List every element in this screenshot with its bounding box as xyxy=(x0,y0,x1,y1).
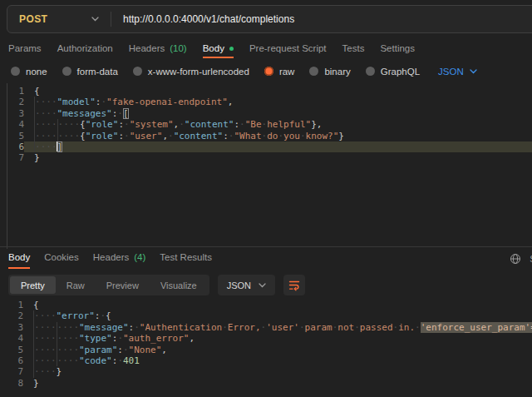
body-mode-binary[interactable]: binary xyxy=(309,67,350,77)
request-tab-pre-request-script[interactable]: Pre-request Script xyxy=(249,40,327,58)
wrap-lines-button[interactable] xyxy=(283,275,305,295)
line-number: 4 xyxy=(7,119,24,130)
request-tab-pre-request-script-label: Pre-request Script xyxy=(249,43,327,53)
response-tab-cookies[interactable]: Cookies xyxy=(44,247,79,269)
line-number: 2 xyxy=(7,310,23,321)
body-mode-raw[interactable]: raw xyxy=(264,67,295,77)
request-tab-settings-label: Settings xyxy=(380,43,415,53)
body-mode-form-data[interactable]: form-data xyxy=(62,67,118,77)
line-number: 4 xyxy=(7,333,23,344)
request-url-bar: POST http://0.0.0.0:4000/v1/chat/complet… xyxy=(7,5,532,33)
response-language-label: JSON xyxy=(227,280,251,290)
request-tab-authorization[interactable]: Authorization xyxy=(57,40,113,58)
code-line: 7····} xyxy=(7,366,532,377)
line-number: 5 xyxy=(7,345,23,355)
body-mode-label: form-data xyxy=(77,67,118,77)
code-line: 4········{"role":·"system",·"content":·"… xyxy=(7,119,532,130)
body-mode-none[interactable]: none xyxy=(11,67,47,77)
unsaved-changes-dot-icon xyxy=(229,47,234,51)
line-number: 6 xyxy=(7,355,23,366)
code-line: 6········"code":·401 xyxy=(7,355,532,366)
code-line: 5········"param":·"None", xyxy=(7,345,532,355)
response-tabs-right: S xyxy=(508,251,532,266)
response-tab-headers[interactable]: Headers(4) xyxy=(93,247,146,269)
postman-dark-window: { "request": { "method": "POST", "url": … xyxy=(0,0,532,397)
line-number: 6 xyxy=(7,141,24,152)
globe-icon xyxy=(510,253,521,265)
response-view-pretty[interactable]: Pretty xyxy=(10,276,56,294)
code-line: 2····"error":·{ xyxy=(7,310,532,321)
response-view-visualize[interactable]: Visualize xyxy=(150,276,208,294)
response-tab-cookies-label: Cookies xyxy=(44,252,79,262)
request-language-dropdown[interactable]: JSON xyxy=(438,67,477,77)
request-tabs: ParamsAuthorizationHeaders(10)BodyPre-re… xyxy=(8,40,415,58)
code-line: 1{ xyxy=(7,300,532,310)
request-tab-tests-label: Tests xyxy=(342,43,365,53)
code-line: 7} xyxy=(7,152,532,163)
line-number: 5 xyxy=(7,131,24,141)
response-tab-body-label: Body xyxy=(8,252,30,262)
line-number: 7 xyxy=(7,366,23,377)
network-info-button[interactable] xyxy=(508,251,523,266)
code-line: 4········"type":·"auth_error", xyxy=(7,333,532,344)
body-mode-label: binary xyxy=(324,67,350,77)
response-language-dropdown[interactable]: JSON xyxy=(218,275,275,295)
request-tab-params-label: Params xyxy=(8,43,42,53)
line-number: 3 xyxy=(7,108,24,119)
request-tab-params[interactable]: Params xyxy=(8,40,42,58)
response-tab-test-results[interactable]: Test Results xyxy=(160,247,212,269)
response-tab-test-results-label: Test Results xyxy=(160,252,212,262)
code-line: 6····] xyxy=(7,141,532,152)
line-number: 8 xyxy=(7,378,23,389)
body-mode-row: noneform-datax-www-form-urlencodedrawbin… xyxy=(11,62,477,80)
request-tab-body-label: Body xyxy=(203,43,224,53)
body-mode-label: x-www-form-urlencoded xyxy=(148,67,249,77)
request-tab-authorization-label: Authorization xyxy=(57,43,113,53)
response-view-switch: PrettyRawPreviewVisualize xyxy=(8,275,209,295)
code-line: 8} xyxy=(7,378,532,389)
response-tab-headers-label: Headers xyxy=(93,252,129,262)
radio-icon xyxy=(62,67,71,76)
line-number: 3 xyxy=(7,322,23,333)
method-dropdown[interactable]: POST xyxy=(7,6,111,32)
url-input[interactable]: http://0.0.0.0:4000/v1/chat/completions xyxy=(123,13,294,25)
radio-icon xyxy=(366,67,375,76)
response-tabs: BodyCookiesHeaders(4)Test Results xyxy=(8,247,212,269)
response-tab-body[interactable]: Body xyxy=(8,247,30,269)
body-mode-x-www-form-urlencoded[interactable]: x-www-form-urlencoded xyxy=(133,67,249,77)
response-body-editor[interactable]: 1{2····"error":·{3········"message":·"Au… xyxy=(7,296,532,397)
request-tab-settings[interactable]: Settings xyxy=(380,40,415,58)
request-tab-headers[interactable]: Headers(10) xyxy=(129,40,187,58)
code-line: 5········{"role":·"user",·"content":·"Wh… xyxy=(7,131,532,141)
request-language-label: JSON xyxy=(438,67,464,77)
request-body-editor[interactable]: 1{2····"model":·"fake-openai-endpoint",3… xyxy=(7,83,532,249)
chevron-down-icon xyxy=(259,283,266,288)
request-tab-headers-label: Headers xyxy=(129,43,165,53)
radio-icon xyxy=(133,67,142,76)
line-number: 7 xyxy=(7,152,24,163)
line-number: 1 xyxy=(7,86,24,97)
code-line: 2····"model":·"fake-openai-endpoint", xyxy=(7,97,532,107)
body-mode-label: none xyxy=(26,67,47,77)
line-number: 1 xyxy=(7,300,23,310)
line-number: 2 xyxy=(7,97,24,107)
divider xyxy=(111,12,111,27)
code-line: 3········"message":·"Authentication·Erro… xyxy=(7,322,532,333)
chevron-down-icon xyxy=(470,69,477,74)
code-line: 3····"messages":·[ xyxy=(7,108,532,119)
code-line: 1{ xyxy=(7,86,532,97)
request-tab-tests[interactable]: Tests xyxy=(342,40,365,58)
response-view-preview[interactable]: Preview xyxy=(96,276,150,294)
tab-count: (10) xyxy=(170,43,186,53)
tab-count: (4) xyxy=(134,252,145,262)
radio-icon xyxy=(11,67,20,76)
chevron-down-icon xyxy=(91,17,99,22)
body-mode-label: raw xyxy=(279,67,295,77)
response-view-raw[interactable]: Raw xyxy=(56,276,96,294)
request-tab-body[interactable]: Body xyxy=(203,40,234,58)
body-mode-label: GraphQL xyxy=(381,67,420,77)
radio-icon xyxy=(264,67,273,76)
radio-icon xyxy=(309,67,318,76)
response-toolbar: PrettyRawPreviewVisualize JSON xyxy=(8,275,305,295)
body-mode-graphql[interactable]: GraphQL xyxy=(366,67,420,77)
